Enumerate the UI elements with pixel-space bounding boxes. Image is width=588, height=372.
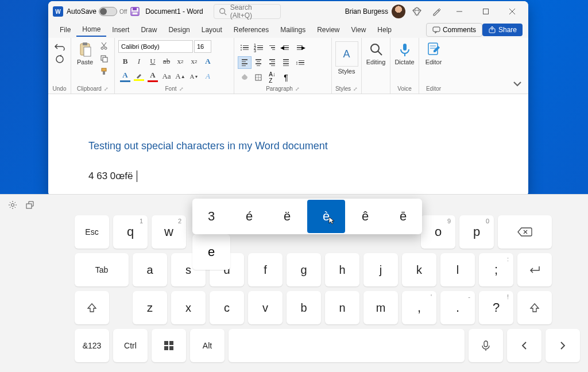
key-o[interactable]: o9 — [421, 215, 455, 249]
menu-file[interactable]: File — [54, 24, 76, 36]
change-case-button[interactable]: Aa — [160, 70, 173, 83]
grow-font-button[interactable]: A▲ — [173, 70, 187, 83]
editor-button[interactable]: Editor — [423, 40, 444, 67]
key-f[interactable]: f — [248, 253, 283, 286]
strike-button[interactable]: ab — [160, 55, 173, 68]
paragraph-launcher-icon[interactable]: ⤢ — [295, 86, 300, 92]
cut-button[interactable] — [98, 40, 110, 52]
close-button[interactable] — [501, 3, 524, 20]
superscript-button[interactable]: x2 — [187, 55, 201, 68]
multilevel-button[interactable] — [265, 41, 279, 54]
popup-option-2[interactable]: ë — [268, 199, 306, 234]
key-shift-right[interactable] — [517, 291, 552, 324]
menu-mailings[interactable]: Mailings — [274, 24, 311, 36]
justify-button[interactable] — [279, 56, 293, 69]
key-q[interactable]: q1 — [113, 215, 148, 249]
key-x[interactable]: x — [171, 291, 206, 324]
font-name-input[interactable] — [118, 40, 193, 53]
key-j[interactable]: j — [363, 253, 398, 286]
format-painter-button[interactable] — [98, 65, 110, 77]
underline-button[interactable]: U — [146, 55, 160, 68]
document-area[interactable]: Testing out special characters in my Wor… — [48, 94, 528, 196]
dictate-button[interactable]: Dictate — [392, 40, 416, 67]
clipboard-launcher-icon[interactable]: ⤢ — [104, 86, 109, 92]
share-button[interactable]: Share — [482, 24, 523, 36]
repeat-icon[interactable] — [55, 54, 65, 64]
font-size-input[interactable] — [194, 40, 211, 53]
key-ctrl[interactable]: Ctrl — [113, 329, 148, 362]
key-n[interactable]: n — [325, 291, 359, 324]
save-icon[interactable] — [130, 7, 140, 16]
paste-button[interactable]: Paste — [75, 40, 95, 67]
bullets-button[interactable] — [238, 41, 252, 54]
sort-button[interactable]: A↓Z — [265, 71, 279, 84]
key-windows[interactable] — [152, 329, 186, 362]
key-mic[interactable] — [469, 329, 503, 362]
key-w[interactable]: w2 — [152, 215, 186, 249]
key-z[interactable]: z — [133, 291, 167, 324]
key-left[interactable] — [507, 329, 541, 362]
shading-button[interactable] — [238, 71, 252, 84]
menu-draw[interactable]: Draw — [135, 24, 163, 36]
font-launcher-icon[interactable]: ⤢ — [179, 86, 184, 92]
menu-layout[interactable]: Layout — [196, 24, 228, 36]
menu-insert[interactable]: Insert — [106, 24, 135, 36]
minimize-button[interactable] — [448, 3, 471, 20]
increase-indent-button[interactable]: ▶ — [293, 41, 307, 54]
key-tab[interactable]: Tab — [75, 253, 129, 286]
decrease-indent-button[interactable]: ◀ — [279, 41, 293, 54]
text-effects-button[interactable]: A — [201, 55, 215, 68]
numbering-button[interactable]: 123 — [252, 41, 265, 54]
align-left-button[interactable] — [238, 56, 252, 69]
key-backspace[interactable] — [498, 215, 552, 249]
autosave-control[interactable]: AutoSave Off — [67, 7, 127, 16]
key-period[interactable]: .- — [440, 291, 475, 324]
user-account[interactable]: Brian Burgess — [345, 5, 405, 18]
key-k[interactable]: k — [402, 253, 436, 286]
key-semicolon[interactable]: ;: — [479, 253, 513, 286]
align-right-button[interactable] — [265, 56, 279, 69]
key-b[interactable]: b — [287, 291, 321, 324]
key-symbols[interactable]: &123 — [75, 329, 109, 362]
gear-icon[interactable] — [8, 200, 17, 210]
popup-option-1[interactable]: é — [230, 199, 268, 234]
key-comma[interactable]: ,' — [402, 291, 436, 324]
key-l[interactable]: l — [440, 253, 475, 286]
diamond-icon[interactable] — [412, 7, 421, 16]
key-alt[interactable]: Alt — [190, 329, 225, 362]
ribbon-collapse-icon[interactable] — [512, 79, 523, 89]
key-enter[interactable] — [517, 253, 552, 286]
key-h[interactable]: h — [325, 253, 359, 286]
maximize-button[interactable] — [474, 3, 497, 20]
key-right[interactable] — [546, 329, 580, 362]
menu-design[interactable]: Design — [163, 24, 195, 36]
styles-launcher-icon[interactable]: ⤢ — [353, 86, 358, 92]
bold-button[interactable]: B — [118, 55, 132, 68]
menu-home[interactable]: Home — [76, 23, 106, 37]
font-color-button[interactable]: A — [146, 70, 160, 83]
comments-button[interactable]: Comments — [426, 23, 482, 37]
key-e-pressed[interactable]: e — [192, 234, 230, 270]
key-c[interactable]: c — [210, 291, 244, 324]
autosave-toggle[interactable] — [99, 7, 117, 16]
shrink-font-button[interactable]: A▼ — [187, 70, 201, 83]
line-spacing-button[interactable]: ↕ — [293, 56, 307, 69]
key-v[interactable]: v — [248, 291, 283, 324]
borders-button[interactable] — [252, 71, 265, 84]
key-p[interactable]: p0 — [459, 215, 494, 249]
popup-option-0[interactable]: 3 — [192, 199, 230, 234]
key-esc[interactable]: Esc — [75, 215, 109, 249]
italic-button[interactable]: I — [132, 55, 146, 68]
highlight-button[interactable] — [132, 70, 146, 83]
key-question[interactable]: ?! — [479, 291, 513, 324]
editing-button[interactable]: Editing — [364, 40, 388, 67]
pen-icon[interactable] — [432, 7, 441, 16]
undock-icon[interactable] — [25, 200, 34, 210]
undo-icon[interactable] — [54, 42, 65, 51]
menu-view[interactable]: View — [346, 24, 372, 36]
popup-option-4[interactable]: ê — [346, 199, 384, 234]
doc-heading[interactable]: Testing out special characters in my Wor… — [88, 140, 488, 152]
key-space[interactable] — [229, 329, 465, 362]
popup-option-3[interactable]: è — [307, 200, 345, 233]
search-box[interactable]: Search (Alt+Q) — [214, 4, 281, 19]
